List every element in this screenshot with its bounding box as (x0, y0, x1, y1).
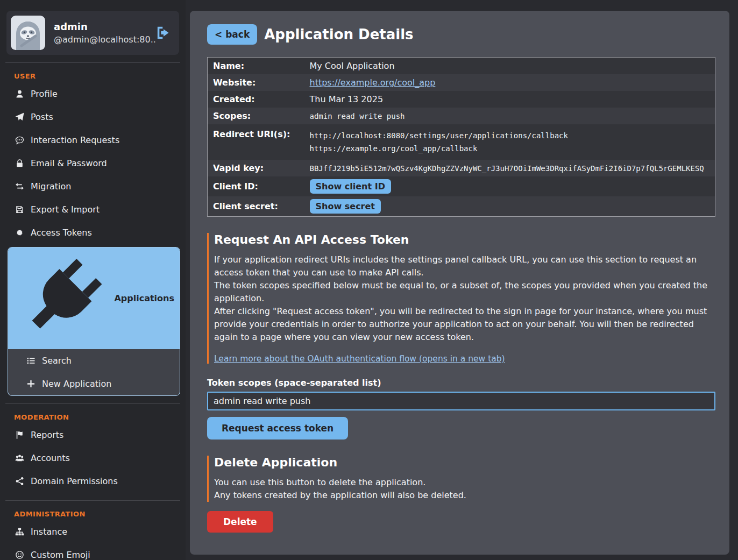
user-icon (15, 89, 24, 98)
sidebar-item-interaction-requests[interactable]: Interaction Requests (0, 129, 186, 152)
detail-label: Website: (208, 74, 310, 91)
sidebar-item-accounts[interactable]: Accounts (0, 446, 186, 470)
sidebar-item-label: Export & Import (31, 204, 100, 215)
detail-label: Client secret: (208, 196, 310, 217)
plug-icon (17, 253, 108, 344)
sidebar-item-applications[interactable]: Applications (8, 247, 180, 349)
sidebar-item-label: Interaction Requests (31, 135, 119, 145)
sidebar-item-label: Custom Emoji (31, 550, 90, 560)
sidebar-item-label: Applications (114, 293, 174, 303)
website-link[interactable]: https://example.org/cool_app (310, 77, 436, 88)
avatar (11, 16, 45, 50)
show-secret-button[interactable]: Show secret (310, 199, 381, 214)
detail-value: https://example.org/cool_app (310, 74, 715, 91)
sidebar-divider (5, 62, 180, 63)
username: admin (54, 21, 155, 32)
sidebar-item-export-import[interactable]: Export & Import (0, 198, 186, 221)
sidebar-item-label: Posts (31, 112, 53, 122)
description-paragraph: The token scopes specified below must be… (214, 279, 716, 305)
sidebar-item-label: Domain Permissions (31, 476, 118, 486)
sidebar-item-access-tokens[interactable]: Access Tokens (0, 221, 186, 244)
sloth-avatar-image (11, 16, 45, 50)
delete-button[interactable]: Delete (207, 511, 273, 533)
sidebar-item-domain-permissions[interactable]: Domain Permissions (0, 470, 186, 493)
sidebar-item-migration[interactable]: Migration (0, 175, 186, 198)
users-icon (15, 453, 24, 463)
section-title: Request An API Access Token (214, 233, 716, 246)
sidebar: admin @admin@localhost:80... USER Profil… (0, 0, 186, 560)
delete-application-section: Delete Application You can use this butt… (207, 456, 716, 502)
settings-page: admin @admin@localhost:80... USER Profil… (0, 0, 738, 560)
user-handle: @admin@localhost:80... (54, 34, 155, 45)
show-client-id-button[interactable]: Show client ID (310, 179, 391, 194)
certificate-icon (15, 228, 24, 237)
sidebar-item-label: Reports (31, 430, 63, 440)
sidebar-item-email-password[interactable]: Email & Password (0, 152, 186, 175)
lock-icon (15, 159, 24, 168)
detail-row-scopes: Scopes: admin read write push (208, 108, 715, 124)
sidebar-section-user: USER Profile Posts Interaction Requests … (0, 72, 186, 396)
request-token-section: Request An API Access Token If your appl… (207, 233, 716, 364)
sidebar-item-reports[interactable]: Reports (0, 423, 186, 446)
section-title: Delete Application (214, 456, 716, 469)
detail-row-client-secret: Client secret: Show secret (208, 196, 715, 217)
description-paragraph: After clicking "Request access token", y… (214, 305, 716, 344)
detail-row-name: Name: My Cool Application (208, 58, 715, 75)
description-line: Any tokens created by the application wi… (214, 489, 716, 502)
detail-value: Thu Mar 13 2025 (310, 91, 715, 108)
page-title: Application Details (264, 26, 413, 42)
detail-value: Show secret (310, 196, 715, 217)
flag-icon (15, 430, 24, 440)
floppy-disk-icon (15, 205, 24, 214)
detail-value: My Cool Application (310, 58, 715, 75)
sidebar-item-posts[interactable]: Posts (0, 105, 186, 129)
application-details-table: Name: My Cool Application Website: https… (207, 57, 715, 217)
sidebar-item-custom-emoji[interactable]: Custom Emoji (0, 543, 186, 560)
section-description: You can use this button to delete the ap… (214, 476, 716, 502)
section-header-administration: ADMINISTRATION (14, 510, 186, 518)
section-header-moderation: MODERATION (14, 413, 186, 421)
sidebar-item-applications-new[interactable]: New Application (8, 372, 180, 395)
token-scopes-label: Token scopes (space-separated list) (207, 378, 716, 388)
section-header-user: USER (14, 72, 186, 80)
request-access-token-button[interactable]: Request access token (207, 417, 348, 440)
sidebar-divider (5, 500, 180, 501)
section-description: If your application redirect URIs includ… (214, 253, 716, 344)
list-icon (26, 356, 36, 365)
main-area: < back Application Details Name: My Cool… (186, 0, 738, 560)
detail-row-website: Website: https://example.org/cool_app (208, 74, 715, 91)
detail-label: Client ID: (208, 176, 310, 196)
sidebar-section-administration: ADMINISTRATION Instance Custom Emoji Act… (0, 510, 186, 560)
sidebar-item-profile[interactable]: Profile (0, 82, 186, 105)
user-card: admin @admin@localhost:80... (6, 11, 179, 55)
detail-label: Redirect URI(s): (208, 124, 310, 160)
back-button[interactable]: < back (207, 24, 257, 45)
oauth-docs-link[interactable]: Learn more about the OAuth authenticatio… (214, 354, 505, 364)
detail-label: Name: (208, 58, 310, 75)
sidebar-item-applications-search[interactable]: Search (8, 349, 180, 372)
description-line: You can use this button to delete the ap… (214, 476, 716, 489)
sidebar-item-label: Access Tokens (31, 228, 92, 238)
plus-icon (26, 379, 36, 388)
user-meta: admin @admin@localhost:80... (45, 21, 155, 45)
sidebar-item-label: Profile (31, 89, 58, 99)
detail-value: http://localhost:8080/settings/user/appl… (310, 124, 715, 160)
sidebar-divider (5, 403, 180, 404)
arrows-left-right-icon (15, 182, 24, 191)
detail-row-client-id: Client ID: Show client ID (208, 176, 715, 196)
sidebar-item-label: Instance (31, 527, 67, 537)
sidebar-item-label: Accounts (31, 453, 70, 463)
sidebar-item-instance[interactable]: Instance (0, 520, 186, 543)
sidebar-section-moderation: MODERATION Reports Accounts Domain Permi… (0, 413, 186, 493)
token-scopes-input[interactable] (207, 392, 715, 410)
detail-value: admin read write push (310, 108, 715, 124)
description-paragraph: If your application redirect URIs includ… (214, 253, 716, 279)
paper-plane-icon (15, 112, 24, 122)
detail-label: Scopes: (208, 108, 310, 124)
applications-block: Applications Search New Application (8, 247, 180, 396)
detail-row-created: Created: Thu Mar 13 2025 (208, 91, 715, 108)
sign-out-icon[interactable] (155, 25, 171, 40)
sidebar-item-label: Search (42, 356, 72, 366)
detail-label: Created: (208, 91, 310, 108)
sidebar-item-label: Migration (31, 181, 71, 192)
